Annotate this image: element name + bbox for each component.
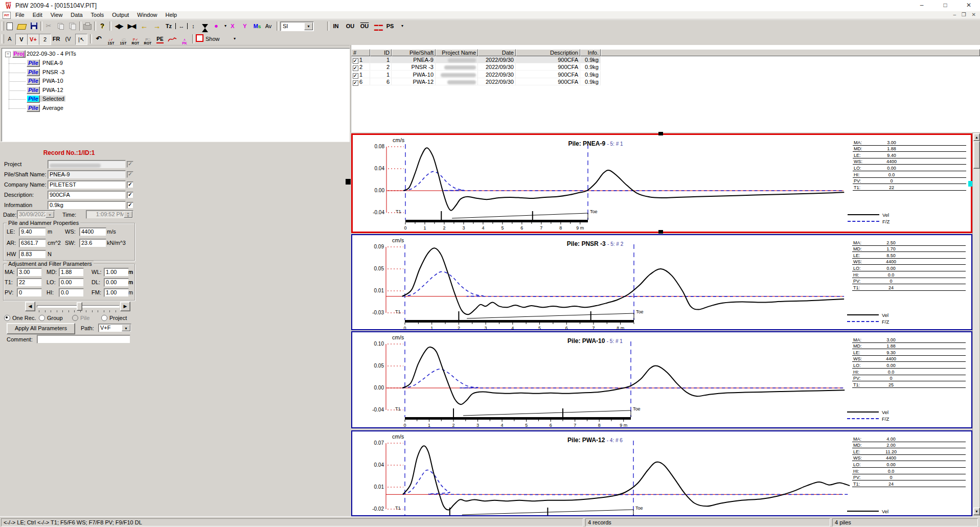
frequency-button[interactable]: FR: [51, 34, 62, 44]
view-dropdown[interactable]: ▾: [397, 21, 408, 31]
menu-view[interactable]: View: [47, 11, 67, 19]
field-input-4[interactable]: 0.9kg: [48, 201, 126, 210]
close-button[interactable]: ✕: [958, 0, 980, 11]
field-checkbox-3[interactable]: ✓: [127, 192, 133, 198]
grid-layout-button[interactable]: ▬▬▬▬: [373, 21, 384, 31]
tree-item-pwa-12[interactable]: Pile PWA-12: [27, 86, 64, 95]
field-input-3[interactable]: 900CFA: [48, 191, 126, 199]
tz-button[interactable]: Tz: [163, 21, 174, 31]
two-curves-button[interactable]: 2: [39, 34, 51, 45]
chart-panel-pnea-9[interactable]: 0.080.040.00-0.04cm/sT1Toe0123456789 mPi…: [351, 133, 972, 233]
adjust-input-HI[interactable]: 0.0: [59, 288, 84, 297]
row-checkbox[interactable]: ✓: [353, 80, 358, 86]
input-view-button[interactable]: IN: [330, 21, 341, 31]
adjust-input-LO[interactable]: 0.00: [59, 278, 84, 287]
first-record-unchecked-button[interactable]: ↓□1ST: [118, 34, 129, 44]
print-button[interactable]: [82, 21, 93, 31]
help-button[interactable]: ?: [97, 21, 108, 31]
scroll-down-icon[interactable]: ▼: [973, 508, 980, 515]
field-checkbox-4[interactable]: ✓: [127, 202, 133, 209]
slider-thumb[interactable]: [77, 302, 82, 311]
field-checkbox-2[interactable]: ✓: [127, 181, 133, 188]
path-combobox[interactable]: V+F▾: [98, 324, 131, 332]
peak-button[interactable]: ∧PK: [179, 34, 190, 44]
slider-left-button[interactable]: ◀: [25, 302, 35, 311]
field-checkbox-0[interactable]: ✓: [127, 161, 133, 168]
tree-item-average[interactable]: Pile Average: [27, 104, 64, 112]
prop-input-HW[interactable]: 8.83: [19, 250, 46, 259]
rotation-checked-button[interactable]: P✓ROT: [130, 34, 141, 44]
adjust-input-PV[interactable]: 0: [17, 288, 42, 297]
selection-handle-right[interactable]: [968, 181, 972, 187]
col-header-pileshaft[interactable]: Pile/Shaft: [392, 49, 436, 56]
undo-button[interactable]: ↶: [93, 34, 104, 44]
minimize-button[interactable]: –: [910, 0, 933, 11]
units-combobox[interactable]: SI ▾: [280, 21, 314, 31]
comment-input[interactable]: [37, 335, 130, 343]
col-header-info[interactable]: Info.: [580, 49, 601, 56]
menu-output[interactable]: Output: [108, 11, 133, 19]
collapse-horizontal-button[interactable]: ▶◀: [126, 21, 137, 31]
adjust-input-T1[interactable]: 22: [17, 278, 42, 287]
date-field[interactable]: 30/09/2022▾: [17, 210, 55, 219]
average-button[interactable]: Av: [263, 21, 274, 31]
new-file-button[interactable]: [4, 21, 15, 31]
compress-vertical-button[interactable]: [199, 21, 211, 31]
rotation-unchecked-button[interactable]: P□ROT: [142, 34, 153, 44]
row-checkbox-cell[interactable]: ✓1: [351, 56, 370, 63]
adjust-input-DL[interactable]: 0.00: [104, 278, 129, 287]
slider-right-button[interactable]: ▶: [120, 302, 130, 311]
chart-panel-pwa-10[interactable]: 0.100.050.00-0.04cm/sT1Toe0123456789 mPi…: [351, 331, 972, 428]
chart-panel-pwa-12[interactable]: 0.070.040.01-0.02cm/sT1Toe01234567891011…: [351, 430, 972, 516]
pile-exponential-button[interactable]: PE: [154, 34, 166, 44]
shift-right-button[interactable]: →: [151, 21, 163, 31]
radio-onerec[interactable]: One Rec.: [4, 315, 36, 321]
col-header-date[interactable]: Date: [478, 49, 516, 56]
tree-item-selected[interactable]: Pile Selected: [27, 95, 65, 103]
tree-collapse-icon[interactable]: −: [5, 52, 11, 57]
col-header-projectname[interactable]: Project Name: [436, 49, 478, 56]
save-button[interactable]: [28, 21, 39, 31]
maximize-button[interactable]: □: [934, 0, 956, 11]
width-fit-button[interactable]: ↔: [175, 23, 188, 29]
output-overline-button[interactable]: OU: [359, 21, 370, 31]
wavelet-button[interactable]: (V: [62, 34, 74, 44]
velocity-button[interactable]: V: [15, 34, 28, 45]
combo-arrow-icon[interactable]: ▾: [304, 22, 313, 30]
tree-item-pnea-9[interactable]: Pile PNEA-9: [27, 59, 64, 67]
col-header-description[interactable]: Description: [516, 49, 580, 56]
selection-handle-top[interactable]: [658, 132, 663, 135]
scroll-up-icon[interactable]: ▲: [973, 133, 980, 141]
y-cursor-button[interactable]: Y: [239, 21, 250, 31]
adjust-input-MD[interactable]: 1.88: [59, 268, 84, 277]
menu-tools[interactable]: Tools: [87, 11, 108, 19]
menu-data[interactable]: Data: [66, 11, 86, 19]
row-checkbox-cell[interactable]: ✓6: [351, 78, 370, 85]
row-checkbox-cell[interactable]: ✓1: [351, 71, 370, 78]
expand-vertical-button[interactable]: ↕: [188, 21, 199, 31]
filter-curve-button[interactable]: [167, 34, 178, 44]
mdi-window-buttons[interactable]: – ❐ ✕: [953, 12, 978, 17]
menu-file[interactable]: File: [11, 11, 29, 19]
tree-root-item[interactable]: − Proj2022-09-30 - 4 PITs: [5, 50, 77, 58]
paste-button[interactable]: [66, 21, 78, 31]
output-view-button[interactable]: OU: [345, 21, 356, 31]
menu-help[interactable]: Help: [161, 11, 181, 19]
field-checkbox-1[interactable]: ✓: [127, 171, 133, 178]
tree-item-pnsr-3[interactable]: Pile PNSR -3: [27, 68, 65, 77]
first-record-checked-button[interactable]: ↓✓1ST: [105, 34, 117, 44]
prop-input-SW[interactable]: 23.6: [79, 239, 106, 247]
date-dropdown-icon[interactable]: ▾: [45, 211, 54, 218]
radio-project[interactable]: Project: [101, 315, 127, 321]
radio-group[interactable]: Group: [39, 315, 63, 321]
col-header-[interactable]: #: [351, 49, 370, 56]
open-file-button[interactable]: [16, 21, 27, 31]
chart-panel-pnsr-3[interactable]: 0.090.050.01-0.03cm/sT1Toe012345678 mPil…: [351, 234, 972, 330]
field-input-0[interactable]: [48, 160, 126, 169]
shift-left-button[interactable]: ←: [139, 21, 150, 31]
amplitude-button[interactable]: A: [4, 34, 15, 44]
prop-input-AR[interactable]: 6361.7: [19, 239, 46, 247]
field-input-2[interactable]: PILETEST: [48, 180, 126, 189]
x-cursor-button[interactable]: X: [227, 21, 238, 31]
velocity-plus-button[interactable]: V+: [27, 34, 39, 45]
